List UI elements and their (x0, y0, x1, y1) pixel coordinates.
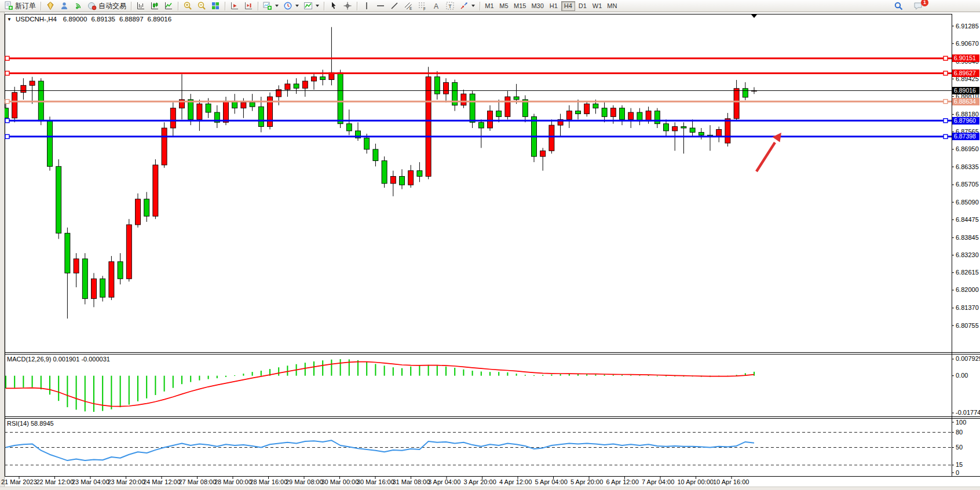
candle (637, 112, 642, 121)
community-button[interactable] (43, 1, 57, 12)
line-handle[interactable] (5, 134, 9, 138)
line-handle[interactable] (5, 56, 9, 60)
trendline-button[interactable] (387, 1, 401, 12)
candle (56, 166, 61, 233)
search-button[interactable] (891, 1, 905, 12)
line-handle[interactable] (944, 71, 948, 75)
virtual-hosting-button[interactable] (57, 1, 71, 12)
autotrading-label: 自动交易 (98, 1, 126, 11)
macd-layer[interactable] (5, 359, 954, 413)
crosshair-icon (343, 1, 352, 10)
timeframe-button-w1[interactable]: W1 (590, 1, 605, 11)
candle (188, 100, 193, 119)
auto-scroll-button[interactable] (228, 1, 242, 12)
search-icon (894, 1, 903, 10)
equidistant-channel-button[interactable]: E (401, 1, 415, 12)
arrows-button[interactable] (457, 1, 477, 12)
line-handle[interactable] (944, 134, 948, 138)
candle (400, 176, 405, 185)
candle (65, 233, 70, 273)
candle (390, 176, 396, 183)
toolbar-separator (480, 2, 480, 10)
periods-button[interactable] (281, 1, 301, 12)
close-value: 6.89016 (148, 16, 172, 23)
line-handle[interactable] (944, 100, 948, 104)
candle (338, 72, 343, 123)
open-value: 6.89000 (63, 16, 87, 23)
candle (100, 279, 105, 297)
timeframe-button-mn[interactable]: MN (605, 1, 619, 11)
line-chart-button[interactable] (162, 1, 175, 12)
candle (505, 97, 510, 116)
bar-chart-button[interactable] (134, 1, 148, 12)
new-chart-icon (263, 1, 272, 10)
candle (224, 101, 229, 122)
line-handle[interactable] (5, 100, 9, 104)
new-chart-button[interactable] (261, 1, 281, 12)
vertical-line-button[interactable] (360, 1, 374, 12)
candle (197, 104, 202, 119)
toolbar-separator (131, 2, 131, 10)
cursor-button[interactable] (327, 1, 341, 12)
line-handle[interactable] (5, 71, 9, 75)
candle (664, 124, 669, 131)
timeframe-button-m1[interactable]: M1 (482, 1, 496, 11)
text-button[interactable]: A (429, 1, 443, 12)
candle (496, 111, 502, 117)
tile-windows-button[interactable] (209, 1, 222, 12)
line-handle[interactable] (5, 119, 9, 123)
new-order-button[interactable]: 新订单 (2, 1, 38, 12)
chat-button[interactable]: 1 (911, 1, 925, 12)
fibonacci-icon: F (418, 1, 427, 10)
autotrading-button[interactable]: 自动交易 (85, 1, 129, 12)
timeframe-button-h1[interactable]: H1 (547, 1, 561, 11)
candle (74, 259, 79, 273)
text-label-button[interactable]: T (443, 1, 457, 12)
indicators-icon (303, 1, 313, 10)
timeframe-button-m30[interactable]: M30 (529, 1, 546, 11)
indicators-button[interactable] (301, 1, 321, 12)
candlestick-chart-button[interactable] (148, 1, 162, 12)
annotation-arrow[interactable] (756, 133, 781, 171)
candle (346, 124, 352, 131)
chart-shift-button[interactable] (242, 1, 255, 12)
candle (690, 128, 695, 132)
candles-layer[interactable] (3, 27, 757, 319)
candle (364, 138, 370, 149)
chart-canvas[interactable] (0, 0, 980, 490)
horizontal-line-button[interactable] (374, 1, 387, 12)
line-handle[interactable] (944, 119, 948, 123)
signals-button[interactable] (71, 1, 85, 12)
chevron-down-icon (316, 5, 319, 7)
collapse-triangle-icon[interactable]: ▼ (7, 17, 12, 22)
svg-text:F: F (423, 7, 426, 11)
toolbar-right-group: 1 (891, 1, 978, 12)
zoom-in-button[interactable] (181, 1, 195, 12)
high-value: 6.89135 (91, 16, 115, 23)
candle (153, 165, 158, 216)
rsi-layer[interactable] (5, 422, 954, 473)
zoom-out-button[interactable] (195, 1, 209, 12)
timeframe-button-h4[interactable]: H4 (561, 1, 575, 11)
fibonacci-button[interactable]: F (415, 1, 429, 12)
candle (30, 81, 35, 85)
candle (426, 77, 431, 177)
clock-icon (283, 1, 292, 10)
line-handle[interactable] (944, 56, 948, 60)
svg-text:T: T (448, 3, 452, 9)
toolbar-separator (324, 2, 324, 10)
zoom-out-icon (197, 1, 206, 10)
candle (285, 84, 290, 90)
candle (21, 85, 26, 92)
timeframe-group: M1M5M15M30H1H4D1W1MN (482, 1, 619, 11)
time-axis[interactable] (19, 476, 732, 479)
candle (681, 127, 686, 128)
timeframe-button-m5[interactable]: M5 (497, 1, 511, 11)
chart-shift-marker[interactable] (751, 14, 757, 18)
toolbar-separator (357, 2, 357, 10)
arrows-icon (459, 1, 469, 10)
timeframe-button-m15[interactable]: M15 (511, 1, 528, 11)
candle (716, 129, 722, 136)
timeframe-button-d1[interactable]: D1 (576, 1, 590, 11)
crosshair-button[interactable] (341, 1, 354, 12)
